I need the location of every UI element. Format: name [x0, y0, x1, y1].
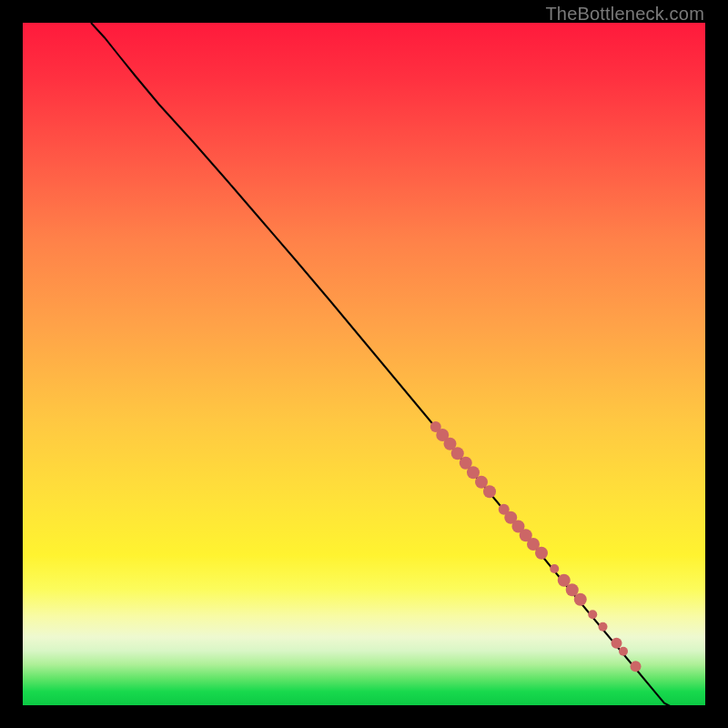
chart-stage: TheBottleneck.com: [0, 0, 728, 728]
chart-curve: [91, 23, 699, 705]
watermark-text: TheBottleneck.com: [545, 4, 704, 25]
chart-point: [599, 622, 608, 632]
chart-point: [574, 593, 587, 606]
plot-svg: [23, 23, 705, 705]
chart-points-group: [430, 421, 704, 705]
chart-point: [588, 610, 597, 619]
plot-background-gradient: [23, 23, 705, 705]
chart-point: [483, 485, 496, 498]
chart-point: [631, 661, 642, 672]
chart-point: [612, 638, 622, 649]
chart-point: [535, 547, 548, 560]
chart-point: [619, 647, 628, 656]
chart-point: [550, 564, 559, 573]
